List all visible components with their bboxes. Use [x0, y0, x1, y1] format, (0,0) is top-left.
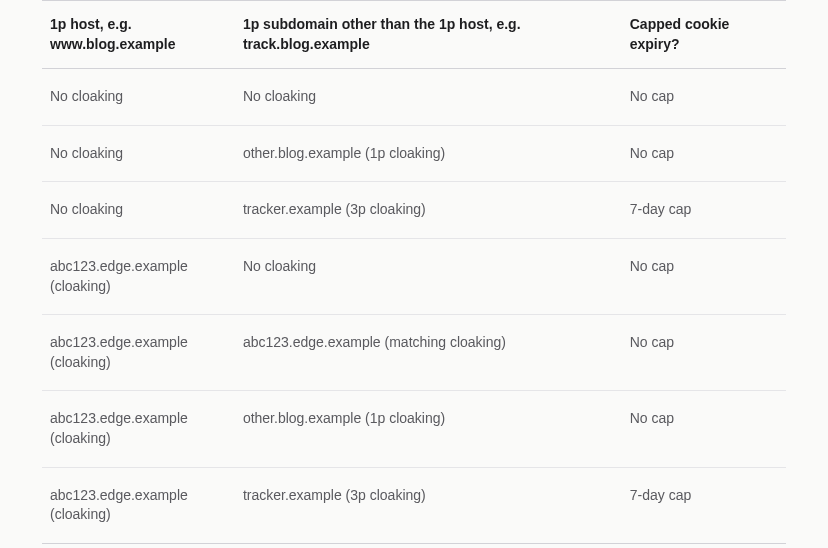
table-row: abc123.edge.example (cloaking) abc123.ed… [42, 315, 786, 391]
cell-1p-subdomain: No cloaking [243, 69, 630, 126]
table-row: No cloaking tracker.example (3p cloaking… [42, 182, 786, 239]
cell-1p-subdomain: No cloaking [243, 238, 630, 314]
cell-capped-expiry: No cap [630, 238, 786, 314]
cell-capped-expiry: No cap [630, 125, 786, 182]
table-row: abc123.edge.example (cloaking) other.blo… [42, 391, 786, 467]
cell-1p-subdomain: tracker.example (3p cloaking) [243, 467, 630, 543]
cell-1p-subdomain: other.blog.example (1p cloaking) [243, 391, 630, 467]
cell-1p-host: abc123.edge.example (cloaking) [42, 315, 243, 391]
table-wrapper: 1p host, e.g. www.blog.example 1p subdom… [0, 0, 828, 544]
table-header-row: 1p host, e.g. www.blog.example 1p subdom… [42, 1, 786, 69]
cell-1p-subdomain: other.blog.example (1p cloaking) [243, 125, 630, 182]
cell-1p-host: abc123.edge.example (cloaking) [42, 467, 243, 543]
cell-capped-expiry: No cap [630, 315, 786, 391]
header-1p-host: 1p host, e.g. www.blog.example [42, 1, 243, 69]
table-row: No cloaking No cloaking No cap [42, 69, 786, 126]
cell-capped-expiry: 7-day cap [630, 182, 786, 239]
cell-1p-subdomain: abc123.edge.example (matching cloaking) [243, 315, 630, 391]
cell-capped-expiry: 7-day cap [630, 467, 786, 543]
cell-1p-subdomain: tracker.example (3p cloaking) [243, 182, 630, 239]
cell-1p-host: No cloaking [42, 182, 243, 239]
table-row: abc123.edge.example (cloaking) No cloaki… [42, 238, 786, 314]
header-capped-expiry: Capped cookie expiry? [630, 1, 786, 69]
cell-capped-expiry: No cap [630, 69, 786, 126]
header-1p-subdomain: 1p subdomain other than the 1p host, e.g… [243, 1, 630, 69]
cell-1p-host: abc123.edge.example (cloaking) [42, 391, 243, 467]
cell-1p-host: No cloaking [42, 69, 243, 126]
cloaking-table: 1p host, e.g. www.blog.example 1p subdom… [42, 0, 786, 544]
cell-1p-host: abc123.edge.example (cloaking) [42, 238, 243, 314]
table-row: No cloaking other.blog.example (1p cloak… [42, 125, 786, 182]
cell-capped-expiry: No cap [630, 391, 786, 467]
table-row: abc123.edge.example (cloaking) tracker.e… [42, 467, 786, 543]
cell-1p-host: No cloaking [42, 125, 243, 182]
